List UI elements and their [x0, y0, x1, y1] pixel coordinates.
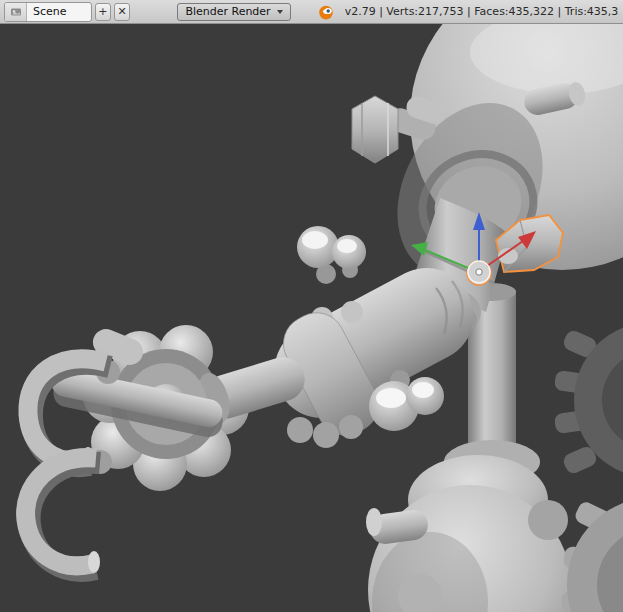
blender-logo-icon	[318, 4, 334, 20]
scene-icon	[10, 6, 22, 18]
dropdown-arrow-icon	[277, 10, 283, 14]
viewport-canvas[interactable]	[0, 24, 623, 612]
render-engine-select[interactable]: Blender Render	[177, 3, 290, 21]
scene-selector[interactable]: Scene	[4, 2, 92, 22]
unlink-scene-button[interactable]: ✕	[114, 3, 130, 21]
new-scene-button[interactable]: +	[95, 3, 111, 21]
info-header: Scene + ✕ Blender Render v2.79 | Verts:2…	[0, 0, 623, 24]
blender-window: Scene + ✕ Blender Render v2.79 | Verts:2…	[0, 0, 623, 612]
scene-name: Scene	[27, 3, 91, 21]
gizmo-center-dot[interactable]	[476, 269, 482, 275]
scene-browse-button[interactable]	[5, 3, 27, 21]
stats-text: v2.79 | Verts:217,753 | Faces:435,322 | …	[345, 5, 619, 18]
render-engine-value: Blender Render	[185, 5, 270, 18]
3d-viewport[interactable]	[0, 24, 623, 612]
